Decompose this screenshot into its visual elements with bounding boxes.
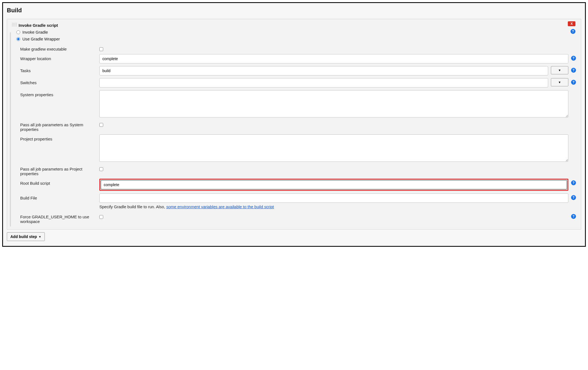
build-step-container: Invoke Gradle script X ? Invoke Gradle U… <box>7 19 581 230</box>
checkbox-pass-system[interactable] <box>99 123 103 127</box>
row-pass-system: Pass all job parameters as System proper… <box>12 120 576 132</box>
input-build-file[interactable] <box>99 193 568 203</box>
tasks-dropdown-button[interactable]: ▼ <box>551 66 568 74</box>
input-wrapper-location[interactable] <box>99 54 568 63</box>
env-vars-link[interactable]: some environment variables are available… <box>166 204 274 209</box>
radio-use-wrapper[interactable]: Use Gradle Wrapper <box>16 37 576 41</box>
drag-handle-icon[interactable] <box>12 23 18 27</box>
step-title: Invoke Gradle script <box>19 23 576 28</box>
row-system-properties: System properties <box>12 90 576 118</box>
help-icon[interactable]: ? <box>571 56 576 61</box>
gradle-mode-radio-group: Invoke Gradle Use Gradle Wrapper <box>16 30 576 41</box>
input-tasks[interactable] <box>99 66 548 75</box>
build-section-frame: Build Invoke Gradle script X ? Invoke Gr… <box>2 2 586 247</box>
add-build-step-button[interactable]: Add build step ▼ <box>7 232 45 241</box>
remove-step-button[interactable]: X <box>568 21 575 26</box>
row-tasks: Tasks ▼ ? <box>12 66 576 75</box>
label-system-properties: System properties <box>20 90 99 97</box>
help-icon[interactable]: ? <box>571 180 576 185</box>
label-make-executable: Make gradlew executable <box>20 45 99 51</box>
radio-invoke-gradle-label: Invoke Gradle <box>22 30 48 34</box>
label-tasks: Tasks <box>20 66 99 73</box>
label-build-file: Build File <box>20 193 99 200</box>
checkbox-pass-project[interactable] <box>99 167 103 171</box>
switches-dropdown-button[interactable]: ▼ <box>551 78 568 86</box>
label-pass-system: Pass all job parameters as System proper… <box>20 120 99 132</box>
textarea-project-properties[interactable] <box>99 134 568 162</box>
row-make-executable: Make gradlew executable <box>12 45 576 51</box>
label-root-build-script: Root Build script <box>20 179 99 186</box>
build-file-desc-text: Specify Gradle build file to run. Also, <box>99 204 166 209</box>
label-force-home: Force GRADLE_USER_HOME to use workspace <box>20 212 99 224</box>
build-file-description: Specify Gradle build file to run. Also, … <box>12 204 576 209</box>
label-switches: Switches <box>20 78 99 85</box>
label-project-properties: Project properties <box>20 134 99 141</box>
input-root-build-script[interactable] <box>101 180 567 189</box>
checkbox-make-executable[interactable] <box>99 47 103 51</box>
chevron-down-icon: ▼ <box>558 81 561 84</box>
help-icon[interactable]: ? <box>571 29 575 34</box>
help-icon[interactable]: ? <box>571 80 576 85</box>
section-title: Build <box>7 7 581 14</box>
row-build-file: Build File ? <box>12 193 576 203</box>
input-switches[interactable] <box>99 78 548 87</box>
checkbox-force-home[interactable] <box>99 215 103 219</box>
row-project-properties: Project properties <box>12 134 576 162</box>
add-build-step-label: Add build step <box>10 234 37 239</box>
help-icon[interactable]: ? <box>571 195 576 200</box>
root-build-script-highlight <box>99 179 568 191</box>
chevron-down-icon: ▼ <box>38 235 41 238</box>
help-icon[interactable]: ? <box>571 214 576 219</box>
row-pass-project: Pass all job parameters as Project prope… <box>12 165 576 176</box>
chevron-down-icon: ▼ <box>558 69 561 72</box>
step-accent-bar <box>10 32 11 227</box>
radio-invoke-gradle-input[interactable] <box>16 30 20 34</box>
invoke-gradle-step: Invoke Gradle script X ? Invoke Gradle U… <box>7 19 581 229</box>
label-wrapper-location: Wrapper location <box>20 54 99 61</box>
textarea-system-properties[interactable] <box>99 90 568 118</box>
row-root-build-script: Root Build script ? <box>12 179 576 191</box>
radio-invoke-gradle[interactable]: Invoke Gradle <box>16 30 576 34</box>
row-force-home: Force GRADLE_USER_HOME to use workspace … <box>12 212 576 224</box>
radio-use-wrapper-label: Use Gradle Wrapper <box>22 37 60 41</box>
row-wrapper-location: Wrapper location ? <box>12 54 576 63</box>
radio-use-wrapper-input[interactable] <box>16 37 20 41</box>
label-pass-project: Pass all job parameters as Project prope… <box>20 165 99 176</box>
row-switches: Switches ▼ ? <box>12 78 576 87</box>
help-icon[interactable]: ? <box>571 68 576 73</box>
